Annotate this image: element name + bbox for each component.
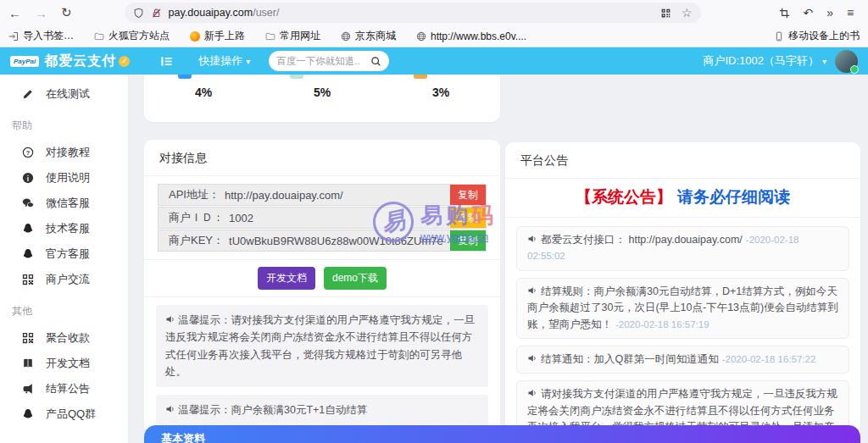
- dev-docs-button[interactable]: 开发文档: [258, 267, 315, 290]
- phone-icon: [774, 31, 784, 42]
- bookmark-bbs[interactable]: http://www.bbs.e0v....: [416, 30, 526, 42]
- speaker-icon: [527, 285, 537, 296]
- announcement-time: -2020-02-18 16:57:22: [722, 354, 816, 364]
- demo-download-button[interactable]: demo下载: [324, 267, 387, 290]
- pencil-icon: [22, 88, 34, 100]
- sidebar-item-aggregate-collection[interactable]: 聚合收款: [0, 325, 128, 351]
- copy-api-button[interactable]: 复制: [450, 185, 486, 205]
- qqpay-icon: [414, 75, 427, 79]
- folder-icon: [265, 31, 275, 42]
- speaker-icon: [165, 314, 175, 324]
- tab-basic-info[interactable]: 基本资料: [161, 431, 205, 443]
- rate-value: 3%: [381, 86, 500, 99]
- overflow-chevrons-icon[interactable]: »: [826, 6, 833, 19]
- undo-arrow-icon[interactable]: ↶: [804, 6, 814, 19]
- search-icon[interactable]: [370, 56, 381, 67]
- sidebar-item-official-support[interactable]: 官方客服: [0, 241, 128, 267]
- wechatpay-icon: [290, 75, 303, 79]
- quick-actions-menu[interactable]: 快捷操作▾: [198, 53, 250, 69]
- sidebar-item-tech-support[interactable]: 技术客服: [0, 216, 128, 241]
- insecure-lock-icon[interactable]: [151, 8, 162, 19]
- qq-icon: [22, 223, 34, 235]
- chevron-down-icon: ▾: [246, 57, 250, 66]
- bookmark-star-icon[interactable]: ☆: [682, 6, 693, 19]
- screenshot-crop-icon[interactable]: [779, 8, 790, 19]
- sidebar-item-product-qq-group[interactable]: 产品QQ群: [0, 401, 128, 427]
- sidebar-item-usage-guide[interactable]: 使用说明: [0, 165, 128, 191]
- bookmark-firefox-official[interactable]: 火狐官方站点: [94, 29, 170, 43]
- back-icon[interactable]: ←: [8, 6, 21, 20]
- api-address-row: API地址：http://pay.douaipay.com/ 复制: [158, 184, 487, 206]
- sidebar-section-other: 其他: [0, 304, 128, 318]
- sidebar-item-settlement-notice[interactable]: 结算公告: [0, 376, 128, 401]
- bookmark-import[interactable]: 导入书签…: [8, 29, 74, 43]
- announcement-item: 都爱云支付接口： http://pay.douaipay.com/-2020-0…: [516, 226, 849, 271]
- bookmarks-bar: 导入书签… 火狐官方站点 新手上路 常用网址 京东商城 http://www.b…: [0, 25, 868, 47]
- merchant-id-label[interactable]: 商户ID:1002（马宇轩）: [703, 53, 819, 69]
- rate-value: 4%: [144, 86, 263, 99]
- book-icon: [22, 357, 34, 369]
- warm-notice-2: 温馨提示：商户余额满30元T+1自动结算: [156, 395, 488, 425]
- brand-title: 都爱云支付: [44, 53, 116, 70]
- megaphone-icon: [22, 383, 34, 395]
- bookmark-getting-started[interactable]: 新手上路: [190, 29, 245, 43]
- sidebar-item-integration-tutorial[interactable]: 对接教程: [0, 140, 128, 165]
- wechat-icon: [22, 197, 34, 209]
- copy-merchant-key-button[interactable]: 复制: [450, 230, 486, 251]
- app-header: PayPal 都爱云支付 ✓ 快捷操作▾ 商户ID:1002（马宇轩） ▾: [0, 47, 868, 75]
- main-content: 4% 5% 3% 对接信息 API地址：http://pay.douaipay.…: [129, 75, 868, 443]
- sidebar-item-merchant-exchange[interactable]: 商户交流: [0, 267, 128, 292]
- firefox-icon: [190, 31, 200, 42]
- warm-notice-1: 温馨提示：请对接我方支付渠道的用户严格遵守我方规定，一旦违反我方规定将会关闭商户…: [156, 305, 488, 387]
- url-text[interactable]: pay.douaipay.com/user/: [169, 7, 660, 19]
- qq-icon: [22, 408, 34, 420]
- bookmark-label: 火狐官方站点: [108, 29, 170, 43]
- forward-icon[interactable]: →: [35, 6, 47, 20]
- import-icon: [8, 31, 19, 42]
- qrcode-icon: [22, 332, 34, 344]
- copy-merchant-id-button[interactable]: 复制: [450, 208, 486, 228]
- announcement-item: 结算通知：加入Q群第一时间知道通知-2020-02-18 16:57:22: [516, 346, 849, 374]
- qrcode-icon: [22, 274, 34, 285]
- shield-icon[interactable]: [133, 8, 144, 19]
- merchant-key-row: 商户KEY：tU0wBkuB9RW88U6z88w00W10t86ZUm7e 复…: [158, 230, 487, 252]
- menu-hamburger-icon[interactable]: ≡: [847, 6, 854, 19]
- speaker-icon: [527, 234, 537, 244]
- search-input[interactable]: [276, 56, 370, 66]
- system-announcement-headline: 【系统公告】请务必仔细阅读: [505, 179, 860, 218]
- chevron-down-icon[interactable]: ▾: [822, 57, 826, 66]
- globe-icon: [341, 31, 351, 42]
- bookmark-common-sites[interactable]: 常用网址: [265, 29, 320, 43]
- bookmark-label: 导入书签…: [23, 29, 74, 43]
- bookmark-jd[interactable]: 京东商城: [341, 29, 396, 43]
- question-circle-icon: [22, 147, 34, 158]
- announcement-time: -2020-02-18 16:57:19: [615, 319, 709, 329]
- bookmark-label: 京东商城: [355, 29, 396, 43]
- connection-info-card: 对接信息 API地址：http://pay.douaipay.com/ 复制 商…: [144, 140, 500, 435]
- card-title: 对接信息: [144, 140, 500, 176]
- sidebar-item-online-test[interactable]: 在线测试: [0, 81, 128, 107]
- speaker-icon: [527, 388, 537, 398]
- bookmark-mobile-devices[interactable]: 移动设备上的书: [774, 29, 860, 43]
- reload-icon[interactable]: ↻: [61, 5, 72, 20]
- bookmark-label: 移动设备上的书: [788, 29, 860, 43]
- sidebar-item-wechat-support[interactable]: 微信客服: [0, 191, 128, 216]
- speaker-icon: [165, 404, 175, 414]
- qr-scan-icon[interactable]: [660, 8, 671, 19]
- sidebar-section-help: 帮助: [0, 119, 128, 133]
- header-search: [269, 51, 389, 71]
- verified-badge-icon: ✓: [119, 56, 130, 67]
- info-circle-icon: [22, 172, 34, 184]
- sidebar-item-dev-docs[interactable]: 开发文档: [0, 351, 128, 376]
- sidebar-toggle-icon[interactable]: [160, 55, 173, 68]
- globe-icon: [416, 31, 426, 42]
- avatar[interactable]: [835, 50, 858, 73]
- browser-window: ← → ↻ pay.douaipay.com/user/ ☆ ↶ » ≡ 导入书…: [0, 0, 868, 443]
- address-bar[interactable]: pay.douaipay.com/user/ ☆: [125, 3, 701, 23]
- bookmark-label: 常用网址: [280, 29, 320, 43]
- alipay-icon: [178, 75, 192, 79]
- rate-value: 5%: [263, 86, 381, 99]
- paypal-logo: PayPal: [10, 56, 39, 67]
- rates-card: 4% 5% 3%: [144, 75, 500, 122]
- platform-announcement-card: 平台公告 【系统公告】请务必仔细阅读 都爱云支付接口： http://pay.d…: [505, 142, 860, 443]
